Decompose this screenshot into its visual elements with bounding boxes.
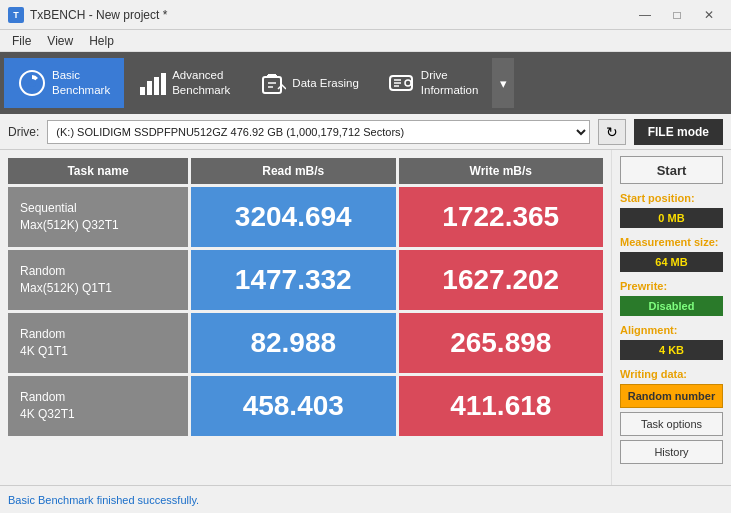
bench-row-label-3: Random 4K Q1T1	[8, 313, 188, 373]
basic-benchmark-label: BasicBenchmark	[52, 68, 110, 98]
svg-rect-4	[154, 77, 159, 95]
alignment-label: Alignment:	[620, 324, 723, 336]
bench-write-value-4: 411.618	[399, 376, 604, 436]
drive-row: Drive: (K:) SOLIDIGM SSDPFPNU512GZ 476.9…	[0, 114, 731, 150]
bench-row-label-2: Random Max(512K) Q1T1	[8, 250, 188, 310]
toolbar-advanced-benchmark[interactable]: AdvancedBenchmark	[124, 58, 244, 108]
alignment-value: 4 KB	[620, 340, 723, 360]
title-bar-left: T TxBENCH - New project *	[8, 7, 167, 23]
menu-view[interactable]: View	[39, 32, 81, 50]
bench-header: Task name Read mB/s Write mB/s	[8, 158, 603, 184]
basic-benchmark-icon	[18, 69, 46, 97]
svg-rect-2	[140, 87, 145, 95]
start-button[interactable]: Start	[620, 156, 723, 184]
bench-read-value-4: 458.403	[191, 376, 396, 436]
status-text: Basic Benchmark finished successfully.	[8, 494, 199, 506]
drive-refresh-button[interactable]: ↻	[598, 119, 626, 145]
writing-data-label: Writing data:	[620, 368, 723, 380]
bench-table: Task name Read mB/s Write mB/s Sequentia…	[0, 150, 611, 485]
window-controls: — □ ✕	[631, 5, 723, 25]
start-position-value: 0 MB	[620, 208, 723, 228]
bench-read-value-1: 3204.694	[191, 187, 396, 247]
start-position-label: Start position:	[620, 192, 723, 204]
bench-row-random-4k-q1: Random 4K Q1T1 82.988 265.898	[8, 313, 603, 373]
svg-point-13	[405, 80, 411, 86]
prewrite-label: Prewrite:	[620, 280, 723, 292]
bench-row-sequential: Sequential Max(512K) Q32T1 3204.694 1722…	[8, 187, 603, 247]
title-bar: T TxBENCH - New project * — □ ✕	[0, 0, 731, 30]
drive-information-label: DriveInformation	[421, 68, 479, 98]
toolbar-dropdown-button[interactable]: ▾	[492, 58, 514, 108]
right-panel: Start Start position: 0 MB Measurement s…	[611, 150, 731, 485]
svg-rect-5	[161, 73, 166, 95]
maximize-button[interactable]: □	[663, 5, 691, 25]
toolbar-data-erasing[interactable]: Data Erasing	[244, 58, 372, 108]
main-content: Task name Read mB/s Write mB/s Sequentia…	[0, 150, 731, 485]
advanced-benchmark-label: AdvancedBenchmark	[172, 68, 230, 98]
bench-read-value-3: 82.988	[191, 313, 396, 373]
measurement-size-value: 64 MB	[620, 252, 723, 272]
app-icon: T	[8, 7, 24, 23]
bench-write-value-2: 1627.202	[399, 250, 604, 310]
svg-point-1	[28, 79, 36, 87]
window-title: TxBENCH - New project *	[30, 8, 167, 22]
measurement-size-label: Measurement size:	[620, 236, 723, 248]
minimize-button[interactable]: —	[631, 5, 659, 25]
prewrite-value: Disabled	[620, 296, 723, 316]
writing-data-value[interactable]: Random number	[620, 384, 723, 408]
toolbar-drive-information[interactable]: DriveInformation	[373, 58, 493, 108]
toolbar-basic-benchmark[interactable]: BasicBenchmark	[4, 58, 124, 108]
toolbar: BasicBenchmark AdvancedBenchmark	[0, 52, 731, 114]
drive-information-icon	[387, 69, 415, 97]
menu-help[interactable]: Help	[81, 32, 122, 50]
task-options-button[interactable]: Task options	[620, 412, 723, 436]
svg-rect-3	[147, 81, 152, 95]
menu-bar: File View Help	[0, 30, 731, 52]
menu-file[interactable]: File	[4, 32, 39, 50]
advanced-benchmark-icon	[138, 69, 166, 97]
bench-row-label-4: Random 4K Q32T1	[8, 376, 188, 436]
header-read: Read mB/s	[191, 158, 396, 184]
drive-label: Drive:	[8, 125, 39, 139]
header-write: Write mB/s	[399, 158, 604, 184]
data-erasing-label: Data Erasing	[292, 76, 358, 91]
bench-write-value-3: 265.898	[399, 313, 604, 373]
drive-select[interactable]: (K:) SOLIDIGM SSDPFPNU512GZ 476.92 GB (1…	[47, 120, 589, 144]
status-bar: Basic Benchmark finished successfully.	[0, 485, 731, 513]
bench-read-value-2: 1477.332	[191, 250, 396, 310]
data-erasing-icon	[258, 69, 286, 97]
bench-row-random-4k-q32: Random 4K Q32T1 458.403 411.618	[8, 376, 603, 436]
bench-write-value-1: 1722.365	[399, 187, 604, 247]
close-button[interactable]: ✕	[695, 5, 723, 25]
bench-row-random-512k: Random Max(512K) Q1T1 1477.332 1627.202	[8, 250, 603, 310]
svg-rect-6	[263, 77, 281, 93]
bench-row-label-1: Sequential Max(512K) Q32T1	[8, 187, 188, 247]
file-mode-button[interactable]: FILE mode	[634, 119, 723, 145]
header-task-name: Task name	[8, 158, 188, 184]
history-button[interactable]: History	[620, 440, 723, 464]
